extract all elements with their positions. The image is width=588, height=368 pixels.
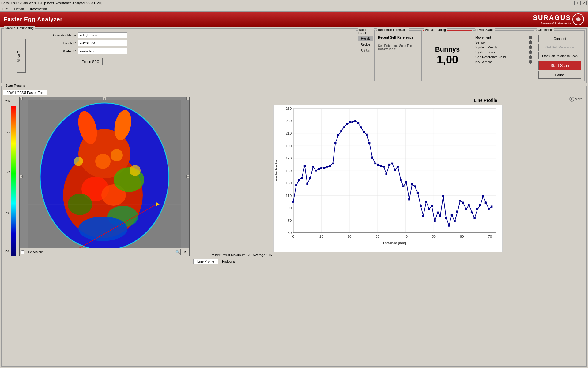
app-title: Easter Egg Analyzer <box>4 16 62 23</box>
scan-image-container: Grid Visible 🔍 ↺ <box>19 97 190 256</box>
title-bar: EddyCus® Studio V2.8.0.20 [Sheet Resista… <box>0 0 588 6</box>
svg-rect-127 <box>448 224 450 226</box>
svg-rect-108 <box>394 169 396 171</box>
recent-self-reference-title: Recent Self Reference <box>378 36 420 39</box>
menu-option[interactable]: Option <box>13 7 25 11</box>
svg-rect-78 <box>309 177 311 179</box>
scan-results-section: Scan Results [ID#1] [2023] Easter Egg 23… <box>1 86 587 367</box>
title-bar-text: EddyCus® Studio V2.8.0.20 [Sheet Resista… <box>1 1 102 5</box>
scan-tab-easter-egg[interactable]: [ID#1] [2023] Easter Egg <box>3 90 47 95</box>
maximize-button[interactable]: □ <box>576 1 581 5</box>
reset-view-button[interactable]: ↺ <box>182 249 188 255</box>
color-bar <box>11 106 16 256</box>
svg-rect-98 <box>366 134 368 136</box>
color-label-126: 126 <box>5 170 16 174</box>
logo-icon <box>572 13 584 25</box>
connect-button[interactable]: Connect <box>538 35 581 42</box>
operator-row: Operator Name <box>46 32 349 38</box>
tab-histogram[interactable]: Histogram <box>218 259 241 264</box>
scan-tab-bar: [ID#1] [2023] Easter Egg <box>3 90 585 95</box>
system-ready-status-row: System Ready <box>475 45 532 49</box>
start-scan-button[interactable]: Start Scan <box>538 61 581 70</box>
self-reference-value: Not Available <box>378 48 420 51</box>
svg-rect-140 <box>485 202 487 204</box>
chart-title: Line Profile <box>388 98 583 103</box>
resize-handle-t[interactable] <box>103 97 106 100</box>
actual-reading-section: Actual Reading Bunnys 1,00 <box>423 30 472 81</box>
wafer-label: Wafer ID <box>46 49 76 53</box>
svg-point-19 <box>78 217 127 241</box>
close-button[interactable]: ✕ <box>582 1 587 5</box>
image-panel: 232 179 126 73 20 <box>3 97 190 365</box>
commands-section: Commands Connect Get Self Reference Star… <box>536 30 585 81</box>
movement-label: Movement <box>475 36 491 39</box>
line-profile-chart: 250 230 210 190 170 150 130 110 90 70 50… <box>193 105 583 252</box>
wafer-setup-button[interactable]: Set-Up <box>358 48 373 53</box>
svg-rect-107 <box>391 163 393 164</box>
resize-handle-tr[interactable] <box>186 97 189 100</box>
start-self-reference-scan-button[interactable]: Start Self Reference Scan <box>538 52 581 59</box>
system-busy-status-row: System Busy <box>475 50 532 54</box>
move-to-button[interactable]: Move To <box>17 39 26 73</box>
svg-rect-142 <box>491 205 492 207</box>
minimize-button[interactable]: ─ <box>570 1 575 5</box>
svg-rect-92 <box>349 121 351 123</box>
svg-rect-113 <box>408 198 410 200</box>
more-button[interactable]: More... <box>569 97 585 102</box>
svg-rect-74 <box>298 179 300 181</box>
no-sample-status-row: No Sample <box>475 60 532 64</box>
resize-handle-r[interactable] <box>186 175 189 178</box>
resize-handle-l[interactable] <box>20 175 23 178</box>
pause-button[interactable]: Pause <box>538 71 581 79</box>
zoom-button[interactable]: 🔍 <box>175 249 181 255</box>
batch-input[interactable] <box>78 40 127 46</box>
svg-point-14 <box>95 154 111 169</box>
grid-visible-control: Grid Visible <box>21 250 43 254</box>
svg-point-21 <box>74 157 83 166</box>
svg-rect-96 <box>360 126 362 128</box>
wafer-recipe-button[interactable]: Recipe <box>358 42 373 47</box>
resize-handle-tl[interactable] <box>20 97 23 100</box>
operator-input[interactable] <box>78 32 127 38</box>
reading-label: Bunnys <box>435 45 460 53</box>
svg-rect-91 <box>346 123 348 125</box>
svg-rect-109 <box>397 166 399 167</box>
svg-text:10: 10 <box>319 234 324 238</box>
svg-rect-125 <box>442 195 444 197</box>
logo-sub: Sensors & Instruments <box>541 22 571 25</box>
batch-row: Batch ID <box>46 40 349 46</box>
svg-rect-131 <box>459 200 461 201</box>
svg-text:250: 250 <box>286 106 292 110</box>
svg-rect-123 <box>437 212 439 213</box>
svg-rect-75 <box>301 177 303 179</box>
svg-rect-79 <box>312 166 314 167</box>
more-chevron-icon <box>569 97 574 102</box>
main-content: Manual Positioning Move To Operator Name… <box>0 27 588 368</box>
svg-rect-115 <box>414 185 416 187</box>
get-self-reference-button[interactable]: Get Self Reference <box>538 44 581 51</box>
wafer-label-section: Wafer Label Result Recipe Set-Up <box>356 30 375 81</box>
svg-rect-136 <box>473 217 475 219</box>
export-spc-button[interactable]: Export SPC <box>78 58 103 65</box>
system-busy-led <box>529 50 532 54</box>
svg-rect-102 <box>377 164 379 166</box>
grid-visible-checkbox[interactable] <box>21 250 24 254</box>
svg-rect-77 <box>306 183 308 185</box>
svg-rect-88 <box>337 134 339 136</box>
svg-rect-130 <box>456 210 458 212</box>
wafer-input[interactable] <box>78 48 127 54</box>
svg-rect-95 <box>357 122 359 124</box>
svg-rect-124 <box>439 215 441 217</box>
menu-file[interactable]: File <box>1 7 9 11</box>
menu-information[interactable]: Information <box>29 7 48 11</box>
tab-line-profile[interactable]: Line Profile <box>193 259 218 264</box>
wafer-result-button[interactable]: Result <box>358 36 373 41</box>
commands-legend: Commands <box>537 28 554 32</box>
wafer-label-legend: Wafer Label <box>358 28 374 35</box>
color-label-73: 73 <box>5 212 16 215</box>
svg-rect-114 <box>411 183 413 185</box>
movement-status-row: Movement <box>475 36 532 39</box>
left-panel: Move To <box>3 30 40 82</box>
svg-rect-129 <box>454 220 455 222</box>
image-bottom-toolbar: Grid Visible 🔍 ↺ <box>20 248 189 256</box>
